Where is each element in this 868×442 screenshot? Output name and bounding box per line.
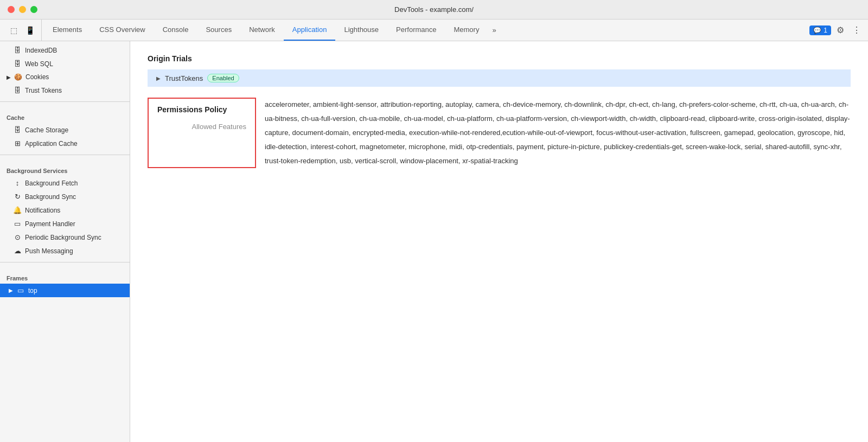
- tab-bar: ⬚ 📱 Elements CSS Overview Console Source…: [0, 20, 868, 41]
- tab-performance[interactable]: Performance: [387, 20, 445, 41]
- more-options-icon[interactable]: ⋮: [850, 23, 864, 37]
- bell-icon: 🔔: [13, 206, 22, 214]
- main-area: 🗄 IndexedDB 🗄 Web SQL ▶ 🍪 Cookies 🗄 Trus…: [0, 41, 868, 442]
- trust-tokens-label: TrustTokens: [165, 74, 203, 82]
- device-icon[interactable]: 📱: [23, 23, 37, 37]
- grid-icon: ⊞: [13, 139, 22, 148]
- database-icon: 🗄: [13, 60, 22, 68]
- permissions-policy-section: Permissions Policy Allowed Features acce…: [148, 98, 851, 168]
- sidebar-item-web-sql[interactable]: 🗄 Web SQL: [0, 57, 130, 71]
- tab-application[interactable]: Application: [284, 20, 336, 41]
- cursor-icon[interactable]: ⬚: [7, 23, 21, 37]
- cache-section-label: Cache: [0, 108, 130, 123]
- maximize-button[interactable]: [30, 6, 37, 13]
- sidebar-item-background-fetch[interactable]: ↕ Background Fetch: [0, 176, 130, 190]
- sidebar-item-indexed-db[interactable]: 🗄 IndexedDB: [0, 43, 130, 57]
- sync-icon: ↻: [13, 193, 22, 201]
- window-title: DevTools - example.com/: [394, 5, 474, 14]
- payment-icon: ▭: [13, 220, 22, 228]
- periodic-icon: ⊙: [13, 233, 22, 241]
- sidebar-item-trust-tokens[interactable]: 🗄 Trust Tokens: [0, 84, 130, 97]
- frame-icon: ▭: [16, 286, 25, 294]
- database-icon: 🗄: [13, 126, 22, 134]
- sidebar-item-payment-handler[interactable]: ▭ Payment Handler: [0, 217, 130, 230]
- database-icon: 🗄: [13, 46, 22, 54]
- chat-badge[interactable]: 💬 1: [809, 25, 831, 35]
- bg-services-section-label: Background Services: [0, 161, 130, 176]
- tab-console[interactable]: Console: [154, 20, 197, 41]
- fetch-icon: ↕: [13, 179, 22, 187]
- minimize-button[interactable]: [19, 6, 26, 13]
- enabled-badge: Enabled: [207, 74, 239, 82]
- permissions-policy-box: Permissions Policy Allowed Features: [148, 98, 256, 168]
- tab-memory[interactable]: Memory: [445, 20, 488, 41]
- chat-icon: 💬: [813, 27, 821, 34]
- permissions-features-list: accelerometer, ambient-light-sensor, att…: [256, 98, 851, 168]
- close-button[interactable]: [8, 6, 15, 13]
- sidebar-item-top[interactable]: ▶ ▭ top: [0, 284, 130, 297]
- origin-trials-title: Origin Trials: [148, 54, 851, 63]
- sidebar-item-cookies[interactable]: ▶ 🍪 Cookies: [0, 71, 130, 84]
- expand-arrow-icon: ▶: [156, 75, 161, 81]
- chat-count: 1: [824, 27, 827, 34]
- cloud-icon: ☁: [13, 247, 22, 255]
- settings-icon[interactable]: ⚙: [833, 23, 847, 37]
- sidebar-item-cache-storage[interactable]: 🗄 Cache Storage: [0, 123, 130, 137]
- cookies-icon: 🍪: [14, 73, 22, 81]
- window-controls: [8, 6, 37, 13]
- sidebar-item-push-messaging[interactable]: ☁ Push Messaging: [0, 244, 130, 258]
- title-bar: DevTools - example.com/: [0, 0, 868, 20]
- sidebar: 🗄 IndexedDB 🗄 Web SQL ▶ 🍪 Cookies 🗄 Trus…: [0, 41, 130, 442]
- sidebar-item-notifications[interactable]: 🔔 Notifications: [0, 203, 130, 217]
- sidebar-item-periodic-bg-sync[interactable]: ⊙ Periodic Background Sync: [0, 230, 130, 244]
- tab-bar-icons: ⬚ 📱: [2, 20, 42, 41]
- allowed-features-label: Allowed Features: [157, 123, 246, 131]
- database-icon: 🗄: [13, 86, 22, 94]
- sidebar-item-background-sync[interactable]: ↻ Background Sync: [0, 190, 130, 203]
- tab-lighthouse[interactable]: Lighthouse: [335, 20, 387, 41]
- tab-more-button[interactable]: »: [488, 20, 500, 41]
- expand-arrow-icon: ▶: [7, 74, 11, 80]
- sidebar-item-application-cache[interactable]: ⊞ Application Cache: [0, 137, 130, 150]
- frames-section-label: Frames: [0, 268, 130, 284]
- permissions-policy-title: Permissions Policy: [157, 105, 246, 114]
- tab-elements[interactable]: Elements: [44, 20, 91, 41]
- origin-trial-row[interactable]: ▶ TrustTokens Enabled: [148, 69, 851, 87]
- expand-arrow-icon: ▶: [9, 287, 13, 293]
- tab-sources[interactable]: Sources: [197, 20, 240, 41]
- tab-css-overview[interactable]: CSS Overview: [91, 20, 154, 41]
- tab-right-controls: 💬 1 ⚙ ⋮: [809, 20, 868, 41]
- content-panel: Origin Trials ▶ TrustTokens Enabled Perm…: [130, 41, 868, 442]
- tab-network[interactable]: Network: [240, 20, 284, 41]
